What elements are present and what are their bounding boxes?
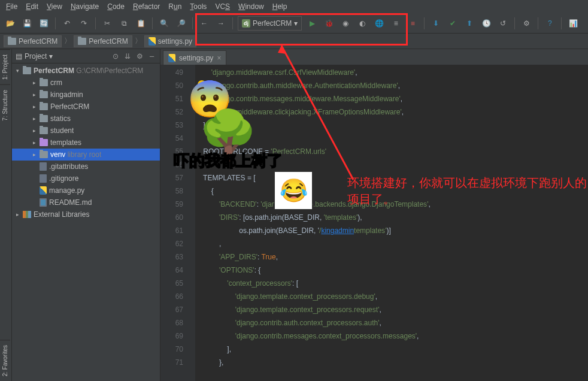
left-toolwindow-bar: 1: Project 7: Structure 2: Favorites [0,49,12,381]
sidebar-project[interactable]: 1: Project [0,49,10,84]
forward-icon[interactable]: → [214,17,228,30]
project-view-selector[interactable]: ▤ Project ▾ [16,52,107,61]
expand-arrow-icon[interactable]: ▸ [31,92,37,98]
tree-row[interactable]: ▸PerfectCRM [12,101,160,113]
file-tab[interactable]: settings.py × [163,50,226,65]
tree-row[interactable]: ▸kingadmin [12,89,160,101]
run-config-label: PerfectCRM [253,19,292,28]
run-icon[interactable]: ▶ [305,17,319,30]
folder-icon [40,127,48,134]
settings-icon[interactable]: ⚙ [520,17,533,30]
help-icon[interactable]: ? [543,17,556,30]
folder-icon [40,151,48,158]
python-icon [148,37,156,46]
revert-icon[interactable]: ↺ [496,17,510,30]
tree-label: student [50,126,74,135]
hide-icon[interactable]: ⎼ [147,52,156,61]
tab-label: settings.py [179,54,213,62]
open-icon[interactable]: 📂 [4,17,17,30]
crumb-label: settings.py [158,37,192,46]
expand-arrow-icon[interactable]: ▸ [31,140,37,146]
crumb-label: PerfectCRM [19,37,57,46]
menu-vcs[interactable]: VCS [211,1,234,12]
sidebar-structure[interactable]: 7: Structure [0,84,10,126]
sticker-caption: 吓的我都上树了 [174,150,283,171]
undo-icon[interactable]: ↶ [60,17,74,30]
coverage-icon[interactable]: ◉ [339,17,352,30]
profile-icon[interactable]: ◐ [356,17,369,30]
menu-edit[interactable]: Edit [22,1,42,12]
back-icon[interactable]: ← [198,17,211,30]
breadcrumb-bar: PerfectCRM 〉 PerfectCRM 〉 settings.py [0,34,588,49]
tree-row[interactable]: ▸venv library root [12,149,160,161]
chevron-down-icon: ▾ [49,52,53,61]
menu-help[interactable]: Help [269,1,291,12]
tree-row[interactable]: README.md [12,196,160,208]
copy-icon[interactable]: ⧉ [117,17,131,30]
expand-arrow-icon[interactable]: ▸ [31,104,37,110]
stop-icon[interactable]: ■ [406,17,419,30]
tree-row[interactable]: ▸crm [12,77,160,89]
tree-external-libs[interactable]: ▸ External Libraries [12,208,160,220]
crumb-file[interactable]: settings.py [144,35,196,47]
locate-icon[interactable]: ⊙ [111,52,120,61]
folder-icon [40,103,48,110]
redo-icon[interactable]: ↷ [77,17,90,30]
vcs-push-icon[interactable]: ⬆ [463,17,476,30]
expand-arrow-icon[interactable]: ▸ [31,116,37,122]
replace-icon[interactable]: 🔎 [174,17,187,30]
expand-arrow-icon[interactable]: ▸ [14,211,20,217]
menu-tools[interactable]: Tools [186,1,210,12]
expand-arrow-icon[interactable]: ▸ [31,80,37,86]
expand-arrow-icon[interactable]: ▸ [31,128,37,134]
expand-arrow-icon[interactable]: ▾ [14,68,20,74]
project-panel: ▤ Project ▾ ⊙ ⇊ ⚙ ⎼ ▾ PerfectCRM G:\CRM\… [12,49,160,381]
project-title: Project [25,52,47,61]
sidebar-favorites[interactable]: 2: Favorites [0,340,10,381]
menu-window[interactable]: Window [235,1,268,12]
tree-row[interactable]: ▸statics [12,113,160,125]
project-tree[interactable]: ▾ PerfectCRM G:\CRM\PerfectCRM ▸crm▸king… [12,64,160,381]
close-icon[interactable]: × [217,54,221,62]
vcs-commit-icon[interactable]: ✔ [446,17,459,30]
find-icon[interactable]: 🔍 [157,17,171,30]
debug-icon[interactable]: 🐞 [322,17,335,30]
tree-label: README.md [49,198,92,207]
tree-row[interactable]: ▸templates [12,137,160,149]
folder-icon [40,91,48,98]
tree-row[interactable]: ▸student [12,125,160,137]
paste-icon[interactable]: 📋 [134,17,147,30]
menu-file[interactable]: File [2,1,21,12]
tree-label: External Libraries [34,210,89,219]
crumb-root[interactable]: PerfectCRM [4,35,62,47]
file-icon [40,162,47,171]
sticker-tree: 😨 🌳 吓的我都上树了 [174,78,283,171]
gear-icon[interactable]: ⚙ [135,52,144,61]
expand-arrow-icon[interactable]: ▸ [31,152,37,158]
save-all-icon[interactable]: 💾 [20,17,34,30]
menu-refactor[interactable]: Refactor [129,1,163,12]
crumb-label: PerfectCRM [89,37,128,46]
collapse-all-icon[interactable]: ⇊ [123,52,132,61]
concurrency-icon[interactable]: 🌐 [372,17,386,30]
tree-row[interactable]: manage.py [12,185,160,196]
menu-code[interactable]: Code [104,1,128,12]
crumb-folder[interactable]: PerfectCRM [74,35,132,47]
menu-navigate[interactable]: Navigate [67,1,102,12]
vcs-history-icon[interactable]: 🕓 [480,17,493,30]
menu-run[interactable]: Run [165,1,185,12]
sync-icon[interactable]: 🔄 [37,17,50,30]
tree-row[interactable]: .gitignore [12,173,160,185]
menu-view[interactable]: View [43,1,66,12]
folder-icon [40,115,48,122]
folder-icon [40,79,48,86]
tree-label: manage.py [49,186,84,195]
sci-mode-icon[interactable]: 📊 [566,17,580,30]
vcs-update-icon[interactable]: ⬇ [429,17,442,30]
sticker-laugh: 😂 [274,171,313,210]
cut-icon[interactable]: ✂ [101,17,114,30]
tree-row[interactable]: .gitattributes [12,161,160,173]
tree-root[interactable]: ▾ PerfectCRM G:\CRM\PerfectCRM [12,65,160,77]
attach-icon[interactable]: ≡ [389,17,402,30]
run-config-selector[interactable]: dj PerfectCRM ▾ [238,16,302,31]
